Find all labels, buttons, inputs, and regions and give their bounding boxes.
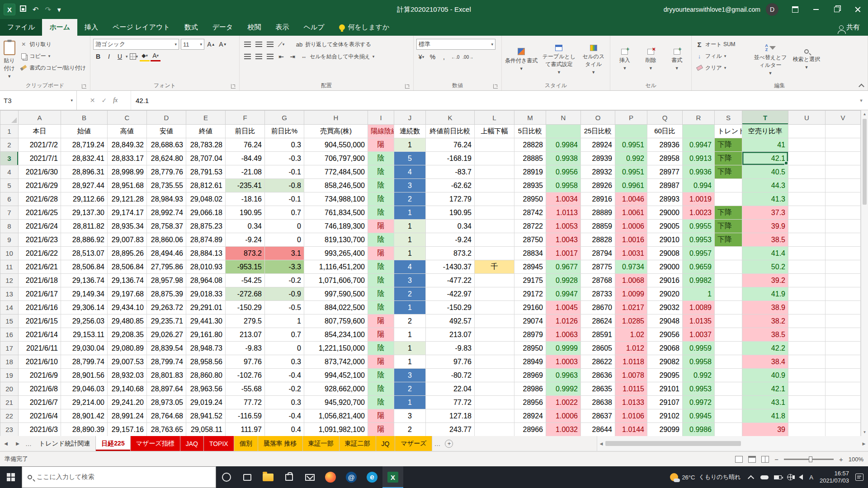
cell-B23[interactable]: 28,890.39: [61, 423, 108, 436]
sort-filter-button[interactable]: AZ 並べ替えとフィルター▼: [751, 38, 789, 81]
cell-B2[interactable]: 28,719.24: [61, 138, 108, 152]
cell-S13[interactable]: [715, 287, 742, 301]
conditional-formatting-button[interactable]: 条件付き書式▼: [505, 38, 538, 81]
cell-R4[interactable]: 0.9936: [683, 165, 715, 179]
cell-T19[interactable]: 40.9: [742, 369, 788, 382]
cell-G10[interactable]: 3.1: [265, 247, 304, 260]
find-select-button[interactable]: 検索と選択▼: [792, 38, 821, 81]
cell-H12[interactable]: 1,071,606,700: [304, 274, 368, 287]
cell-Q21[interactable]: 29107: [647, 396, 683, 409]
user-email[interactable]: dryyourtearswithlove1@gmail.com: [664, 6, 760, 13]
cell-A13[interactable]: 2021/6/17: [19, 287, 61, 301]
cell-U18[interactable]: [788, 355, 826, 369]
cell-O13[interactable]: 28733: [581, 287, 615, 301]
cell-O4[interactable]: 28932: [581, 165, 615, 179]
cell-N23[interactable]: 1.0032: [546, 423, 581, 436]
cell-Q15[interactable]: 29048: [647, 314, 683, 328]
increase-decimal-button[interactable]: ←.0: [450, 52, 460, 62]
cell-C3[interactable]: 28,833.17: [108, 152, 147, 165]
cell-I8[interactable]: 陽: [368, 220, 394, 233]
cell-R17[interactable]: 0.9959: [683, 342, 715, 355]
row-header-4[interactable]: 4: [0, 165, 19, 179]
alignment-dialog-launcher[interactable]: [405, 84, 410, 89]
cell-P20[interactable]: 1.0115: [615, 382, 647, 396]
increase-font-button[interactable]: A▲: [206, 39, 216, 49]
cell-O22[interactable]: 28637: [581, 409, 615, 423]
cell-P16[interactable]: 1.02: [615, 328, 647, 342]
cell-D5[interactable]: 28,735.55: [147, 179, 186, 192]
cell-U21[interactable]: [788, 396, 826, 409]
cell-O17[interactable]: 28605: [581, 342, 615, 355]
cell-V8[interactable]: [826, 220, 861, 233]
tab-insert[interactable]: 挿入: [77, 19, 105, 36]
cell-F7[interactable]: 190.95: [226, 206, 265, 220]
cell-D10[interactable]: 28,494.46: [147, 247, 186, 260]
cancel-entry-icon[interactable]: ✕: [90, 97, 95, 104]
sheet-tab-個別[interactable]: 個別: [234, 436, 258, 451]
cell-E1[interactable]: 終値: [186, 125, 226, 138]
cell-D9[interactable]: 28,860.06: [147, 233, 186, 247]
cell-R9[interactable]: 0.9953: [683, 233, 715, 247]
cell-M17[interactable]: 28950: [514, 342, 546, 355]
column-header-K[interactable]: K: [426, 111, 475, 125]
cell-O21[interactable]: 28638: [581, 396, 615, 409]
chevron-icon[interactable]: [747, 473, 755, 481]
cell-Q13[interactable]: 29020: [647, 287, 683, 301]
row-header-14[interactable]: 14: [0, 301, 19, 314]
cell-D11[interactable]: 27,795.86: [147, 260, 186, 274]
tab-data[interactable]: データ: [205, 19, 241, 36]
cell-Q12[interactable]: 29016: [647, 274, 683, 287]
cell-I11[interactable]: 陰: [368, 260, 394, 274]
cell-R6[interactable]: 1.0019: [683, 192, 715, 206]
cell-I14[interactable]: 陰: [368, 301, 394, 314]
cell-D14[interactable]: 29,263.72: [147, 301, 186, 314]
avatar[interactable]: D: [766, 3, 778, 16]
cell-C21[interactable]: 29,241.20: [108, 396, 147, 409]
cell-S11[interactable]: [715, 260, 742, 274]
cell-A1[interactable]: 本日: [19, 125, 61, 138]
cell-K1[interactable]: 終値前日比較: [426, 125, 475, 138]
cell-Q6[interactable]: 28993: [647, 192, 683, 206]
number-dialog-launcher[interactable]: [493, 84, 498, 89]
cell-V9[interactable]: [826, 233, 861, 247]
cell-H7[interactable]: 761,834,500: [304, 206, 368, 220]
cell-E4[interactable]: 28,791.53: [186, 165, 226, 179]
cell-I15[interactable]: 陽: [368, 314, 394, 328]
cell-D7[interactable]: 28,992.74: [147, 206, 186, 220]
tab-page-layout[interactable]: ページ レイアウト: [105, 19, 177, 36]
sheet-tab-日経225[interactable]: 日経225: [96, 436, 130, 451]
cell-T16[interactable]: 38.5: [742, 328, 788, 342]
cell-M23[interactable]: 28966: [514, 423, 546, 436]
cell-B9[interactable]: 28,886.92: [61, 233, 108, 247]
cell-I12[interactable]: 陰: [368, 274, 394, 287]
cell-R8[interactable]: 0.9955: [683, 220, 715, 233]
cell-G13[interactable]: -0.9: [265, 287, 304, 301]
cell-A3[interactable]: 2021/7/1: [19, 152, 61, 165]
column-header-R[interactable]: R: [683, 111, 715, 125]
cell-J22[interactable]: 3: [394, 409, 426, 423]
cell-E17[interactable]: 28,948.73: [186, 342, 226, 355]
cell-C22[interactable]: 28,991.24: [108, 409, 147, 423]
cell-O23[interactable]: 28644: [581, 423, 615, 436]
cell-B10[interactable]: 28,513.07: [61, 247, 108, 260]
cell-B14[interactable]: 29,306.14: [61, 301, 108, 314]
cell-P8[interactable]: 1.0006: [615, 220, 647, 233]
align-top-button[interactable]: [242, 39, 252, 49]
cell-S6[interactable]: [715, 192, 742, 206]
cell-P22[interactable]: 1.0106: [615, 409, 647, 423]
cell-G11[interactable]: -3.3: [265, 260, 304, 274]
cell-M21[interactable]: 28956: [514, 396, 546, 409]
cell-D13[interactable]: 28,875.39: [147, 287, 186, 301]
zoom-out-button[interactable]: −: [774, 455, 778, 463]
collapse-ribbon-button[interactable]: [858, 82, 864, 89]
cell-K8[interactable]: 0.34: [426, 220, 475, 233]
cell-T5[interactable]: 44.3: [742, 179, 788, 192]
cell-L4[interactable]: [475, 165, 514, 179]
cell-Q19[interactable]: 29095: [647, 369, 683, 382]
cell-C2[interactable]: 28,849.32: [108, 138, 147, 152]
taskbar-clock[interactable]: 16:57 2021/07/03: [820, 470, 849, 485]
row-header-10[interactable]: 10: [0, 247, 19, 260]
cell-T1[interactable]: 空売り比率: [742, 125, 788, 138]
cell-O7[interactable]: 28889: [581, 206, 615, 220]
cell-K11[interactable]: -1430.37: [426, 260, 475, 274]
